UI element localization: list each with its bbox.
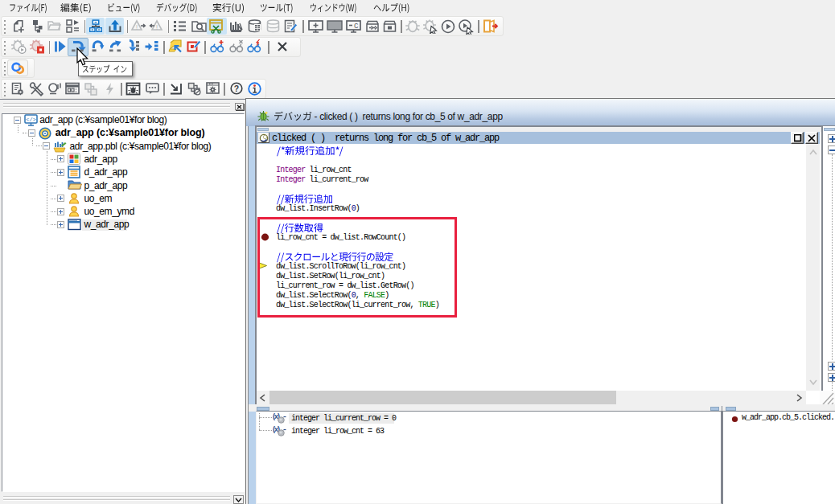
svg-text:!: ! xyxy=(156,23,158,31)
svg-text:</>: </> xyxy=(26,117,36,123)
svg-text:C: C xyxy=(354,23,359,31)
svg-text:!: ! xyxy=(136,23,138,31)
svg-text:?: ? xyxy=(234,84,239,93)
